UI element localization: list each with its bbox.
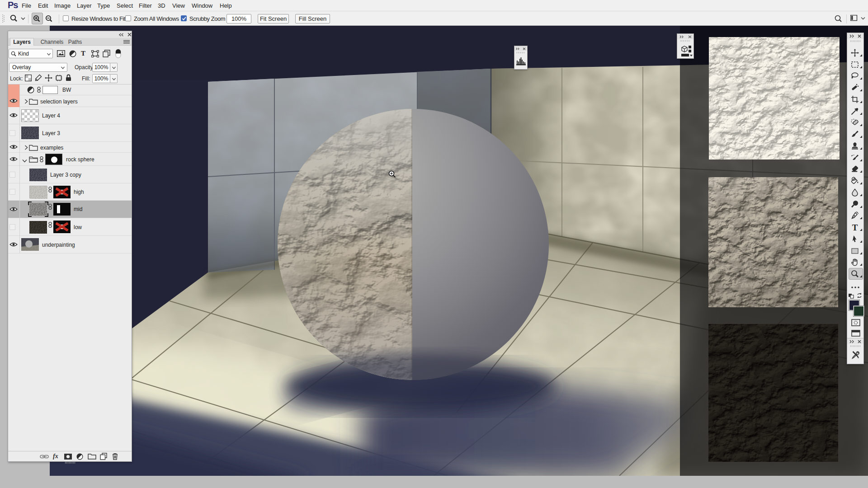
svg-text:T: T — [852, 223, 858, 231]
